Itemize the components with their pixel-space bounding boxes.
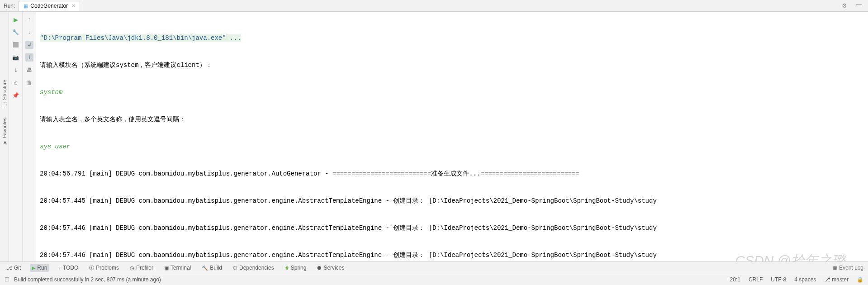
pin-icon[interactable]: 📌	[12, 91, 20, 100]
tool-run[interactable]: ▶ Run	[30, 264, 49, 272]
tab-label: CodeGenerator	[30, 3, 68, 9]
problems-icon: ⓘ	[89, 265, 94, 271]
svg-rect-0	[13, 42, 19, 48]
close-icon[interactable]: ×	[72, 3, 75, 9]
scroll-end-icon[interactable]: ⤓	[25, 53, 33, 62]
down-icon[interactable]: ↓	[25, 28, 33, 36]
run-tab-codegenerator[interactable]: ▦ CodeGenerator ×	[19, 1, 80, 11]
terminal-icon: ▣	[164, 265, 169, 271]
log-line: 20:04:57.446 [main] DEBUG com.baomidou.m…	[40, 223, 868, 233]
log-line: 20:04:57.445 [main] DEBUG com.baomidou.m…	[40, 196, 868, 205]
profiler-icon: ◷	[130, 265, 134, 271]
tool-terminal[interactable]: ▣ Terminal	[162, 264, 193, 272]
git-icon: ⎇	[6, 265, 12, 271]
gear-icon[interactable]: ⚙	[837, 2, 852, 9]
branch-icon: ⎇	[824, 276, 830, 283]
status-bar: ☐ Build completed successfully in 2 sec,…	[0, 274, 868, 285]
star-icon: ★	[1, 140, 7, 146]
run-panel-body: ⬚ Structure ★ Favorites ▶ 🔧 📷 ⇣ ⎋ 📌 ↑ ↓ …	[0, 12, 868, 261]
run-label: Run:	[2, 3, 19, 9]
prompt-line: 请输入表全名，多个英文名称，使用英文逗号间隔：	[40, 115, 868, 124]
user-input-line: system	[40, 88, 868, 97]
tool-git[interactable]: ⎇ Git	[5, 264, 23, 272]
structure-icon: ⬚	[1, 102, 7, 108]
prompt-line: 请输入模块名（系统端建议system，客户端建议client）：	[40, 61, 868, 70]
application-icon: ▦	[24, 3, 28, 9]
left-tool-strip: ⬚ Structure ★ Favorites	[0, 12, 9, 261]
tool-event-log[interactable]: ≣ Event Log	[833, 265, 863, 271]
dump-icon[interactable]: ⇣	[12, 66, 20, 74]
favorites-tool[interactable]: ★ Favorites	[1, 118, 7, 146]
spring-icon: ❀	[285, 265, 289, 271]
rerun-icon[interactable]: ▶	[12, 15, 20, 24]
build-icon: 🔨	[202, 265, 208, 271]
soft-wrap-icon[interactable]: ↲	[25, 41, 33, 49]
exit-icon[interactable]: ⎋	[12, 79, 20, 87]
bottom-tool-bar: ⎇ Git ▶ Run ≡ TODO ⓘ Problems ◷ Profiler…	[0, 261, 868, 274]
dependencies-icon: ⬡	[233, 265, 237, 271]
cursor-position[interactable]: 20:1	[730, 276, 740, 283]
indent-setting[interactable]: 4 spaces	[794, 276, 816, 283]
services-icon: ⬢	[317, 265, 322, 271]
tool-problems[interactable]: ⓘ Problems	[87, 264, 121, 272]
tool-dependencies[interactable]: ⬡ Dependencies	[231, 264, 276, 272]
structure-tool[interactable]: ⬚ Structure	[1, 80, 7, 108]
todo-icon: ≡	[58, 265, 61, 271]
command-line: "D:\Program Files\Java\jdk1.8.0_181\bin\…	[40, 34, 241, 42]
screenshot-icon[interactable]: 📷	[12, 53, 20, 62]
log-line: 20:04:56.791 [main] DEBUG com.baomidou.m…	[40, 169, 868, 178]
status-build-icon: ☐	[5, 276, 9, 283]
log-line: 20:04:57.446 [main] DEBUG com.baomidou.m…	[40, 251, 868, 260]
tool-profiler[interactable]: ◷ Profiler	[128, 264, 155, 272]
user-input-line: sys_user	[40, 142, 868, 151]
lock-icon[interactable]: 🔒	[857, 276, 863, 283]
line-separator[interactable]: CRLF	[749, 276, 763, 283]
run-gutter-left: ▶ 🔧 📷 ⇣ ⎋ 📌	[9, 12, 23, 261]
build-status-message: Build completed successfully in 2 sec, 8…	[14, 276, 161, 283]
git-branch[interactable]: ⎇ master	[824, 276, 849, 283]
run-gutter-right: ↑ ↓ ↲ ⤓ 🖶 🗑	[23, 12, 36, 261]
run-panel-header: Run: ▦ CodeGenerator × ⚙ —	[0, 0, 868, 12]
wrench-icon[interactable]: 🔧	[12, 28, 20, 36]
tool-services[interactable]: ⬢ Services	[315, 264, 346, 272]
tool-todo[interactable]: ≡ TODO	[56, 264, 80, 272]
tool-build[interactable]: 🔨 Build	[200, 264, 224, 272]
file-encoding[interactable]: UTF-8	[771, 276, 786, 283]
play-icon: ▶	[32, 265, 35, 271]
minimize-icon[interactable]: —	[852, 1, 866, 10]
console-output[interactable]: "D:\Program Files\Java\jdk1.8.0_181\bin\…	[36, 12, 868, 261]
delete-icon[interactable]: 🗑	[25, 79, 33, 87]
event-log-icon: ≣	[833, 265, 837, 271]
up-icon[interactable]: ↑	[25, 15, 33, 24]
tool-spring[interactable]: ❀ Spring	[283, 264, 308, 272]
print-icon[interactable]: 🖶	[25, 66, 33, 74]
stop-icon[interactable]	[12, 41, 20, 49]
